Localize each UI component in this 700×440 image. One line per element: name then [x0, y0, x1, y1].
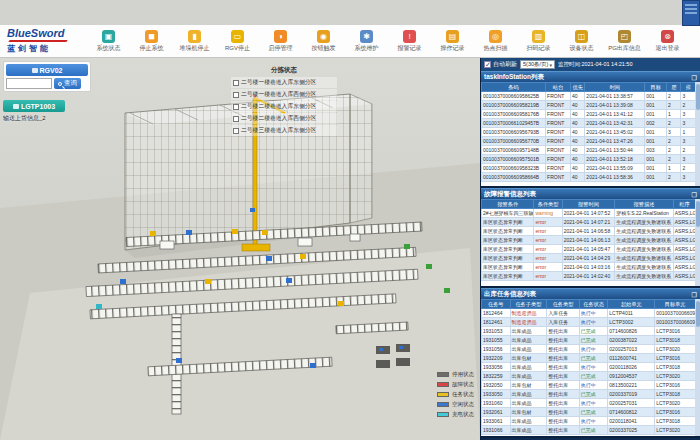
- toolbar-item-4[interactable]: ◑启停管理: [260, 30, 301, 53]
- panel-outbound-info: 出库任务信息列表 ❐ 任务号任务子类型任务类型任务状态起始单元目标单元18124…: [481, 288, 700, 438]
- toolbar-item-3[interactable]: ▭RGV停止: [217, 30, 258, 53]
- scrollbar-thumb[interactable]: [696, 301, 700, 327]
- search-button[interactable]: 查询: [54, 78, 81, 89]
- toolbar-item-2[interactable]: ▮堆垛机停止: [174, 30, 215, 53]
- table-row[interactable]: 1932050出库包材整托出库执行中0813500221LCTP3016: [482, 381, 696, 390]
- scrollbar[interactable]: [695, 82, 700, 186]
- table-row[interactable]: 库区状态异常判断error2021-04-01 14:03:16生成流程调度失败…: [482, 263, 696, 272]
- table-cell: 2021-04-01 13:41:12: [585, 110, 645, 119]
- column-header[interactable]: 目标: [645, 83, 667, 92]
- table-cell: 1933056: [482, 363, 511, 372]
- toolbar-item-8[interactable]: ▤操作记录: [432, 30, 473, 53]
- station-button[interactable]: LGTP1003: [3, 100, 65, 112]
- table-row[interactable]: 1812461制造退货品入库任务执行中LCTP30020010037000660…: [482, 318, 696, 327]
- sorting-option-4[interactable]: 二号楼三楼巷道入库东侧分区: [231, 125, 337, 136]
- table-cell: 1932061: [482, 408, 511, 417]
- column-header[interactable]: 报警时间: [562, 200, 614, 209]
- table-cell: LCTP3020: [655, 372, 696, 381]
- scrollbar[interactable]: [695, 299, 700, 436]
- toolbar-item-7[interactable]: !报警记录: [389, 30, 430, 53]
- scrollbar-thumb[interactable]: [696, 84, 700, 110]
- table-row[interactable]: 库区状态异常判断error2021-04-01 14:07:21生成流程调度失败…: [482, 218, 696, 227]
- table-row[interactable]: 0010037000660957148BFRONT402021-04-01 13…: [482, 146, 696, 155]
- table-row[interactable]: 0010037000660958625BFRONT402021-04-01 13…: [482, 92, 696, 101]
- sorting-option-3[interactable]: 二号楼二楼巷道入库西侧分区: [231, 113, 337, 124]
- toolbar-item-5[interactable]: ◉按钮触发: [303, 30, 344, 53]
- table-cell: 2: [667, 155, 681, 164]
- expand-icon[interactable]: ❐: [692, 191, 697, 198]
- scrollbar-thumb[interactable]: [696, 201, 700, 227]
- sorting-option-1[interactable]: 二号楼一楼巷道入库西侧分区: [231, 89, 337, 100]
- table-row[interactable]: 1932061出库包材整托出库已完成0714600812LCTP3016: [482, 408, 696, 417]
- expand-icon[interactable]: ❐: [692, 74, 697, 81]
- toolbar-item-9[interactable]: ◎热点扫描: [475, 30, 516, 53]
- toolbar-item-6[interactable]: ✱系统维护: [346, 30, 387, 53]
- column-header[interactable]: 起始单元: [608, 300, 655, 309]
- column-header[interactable]: 程序: [673, 200, 695, 209]
- table-cell: 出库包材: [510, 381, 547, 390]
- table-row[interactable]: 2#七层穿梭车四三联轴报警warning2021-04-01 14:07:52穿…: [482, 209, 696, 218]
- table-row[interactable]: 1931055出库成品整托出库已完成0200387022LCTP3018: [482, 336, 696, 345]
- sorting-option-2[interactable]: 二号楼二楼巷道入库东侧分区: [231, 101, 337, 112]
- column-header[interactable]: 层: [667, 83, 681, 92]
- table-row[interactable]: 0010037000660957501BFRONT402021-04-01 13…: [482, 155, 696, 164]
- table-row[interactable]: 1932209出库包材整托出库已完成0112600741LCTP3016: [482, 354, 696, 363]
- column-header[interactable]: 条码: [482, 83, 546, 92]
- column-header[interactable]: 时间: [585, 83, 645, 92]
- table-row[interactable]: 0010037000660958664BFRONT402021-04-01 13…: [482, 173, 696, 182]
- station-badge-group: LGTP1003 输送上货信息_2: [3, 100, 91, 123]
- mini-floating-window[interactable]: [682, 0, 700, 26]
- column-header[interactable]: 目标单元: [655, 300, 696, 309]
- column-header[interactable]: 任务子类型: [510, 300, 547, 309]
- toolbar-item-1[interactable]: ◼停止系统: [131, 30, 172, 53]
- toolbar-item-11[interactable]: ◫设备状态: [561, 30, 602, 53]
- table-row[interactable]: 1931060出库成品整托出库执行中0200257031LCTP3020: [482, 399, 696, 408]
- table-row[interactable]: 1931066出库成品整托出库已完成0200337025LCTP3020: [482, 426, 696, 435]
- toolbar-item-10[interactable]: ▥扫码记录: [518, 30, 559, 53]
- table-row[interactable]: 库区状态异常判断error2021-04-01 14:02:40生成流程调度失败…: [482, 272, 696, 281]
- table-row[interactable]: 0010037000660956770BFRONT402021-04-01 13…: [482, 137, 696, 146]
- auto-refresh-checkbox[interactable]: 自动刷新: [484, 60, 517, 69]
- toolbar-item-13[interactable]: ⊗退出登录: [647, 30, 688, 53]
- column-header[interactable]: 报警描述: [615, 200, 674, 209]
- table-row[interactable]: 1931056出库成品整托出库执行中0200257013LCTP3020: [482, 345, 696, 354]
- table-row[interactable]: 1931053出库成品整托出库已完成0714600826LCTP3016: [482, 327, 696, 336]
- table-cell: 1931056: [482, 345, 511, 354]
- table-row[interactable]: 库区状态异常判断error2021-04-01 14:06:58生成流程调度失败…: [482, 227, 696, 236]
- table-row[interactable]: 0010037000660956793BFRONT402021-04-01 13…: [482, 128, 696, 137]
- alarm-panel-titlebar: 故障报警信息列表 ❐: [481, 188, 700, 199]
- column-header[interactable]: 排: [681, 83, 696, 92]
- column-header[interactable]: 任务类型: [547, 300, 580, 309]
- table-row[interactable]: 库区状态异常判断error2021-04-01 14:04:29生成流程调度失败…: [482, 254, 696, 263]
- table-row[interactable]: 0010037000660958219BFRONT402021-04-01 13…: [482, 101, 696, 110]
- page-size-select[interactable]: 5(30条/页) ▾: [520, 60, 555, 69]
- table-row[interactable]: 1933056出库成品整托出库执行中0200118026LCTP3018: [482, 363, 696, 372]
- rgv-button[interactable]: RGV02: [6, 64, 88, 76]
- table-row[interactable]: 1933050出库成品整托出库已完成0200337019LCTP3018: [482, 390, 696, 399]
- expand-icon[interactable]: ❐: [692, 291, 697, 298]
- table-row[interactable]: 1832259出库成品整托出库已完成0912004537LCTP3020: [482, 372, 696, 381]
- table-row[interactable]: 0010037000660958176BFRONT402021-04-01 13…: [482, 110, 696, 119]
- warehouse-viewport[interactable]: RGV02 查询 LGTP1003 输送上货信息: [0, 58, 480, 440]
- column-header[interactable]: 条件类型: [534, 200, 562, 209]
- toolbar-item-0[interactable]: ▣系统状态: [88, 30, 129, 53]
- column-header[interactable]: 站台: [546, 83, 571, 92]
- column-header[interactable]: 优先: [570, 83, 584, 92]
- table-cell: 执行中: [579, 318, 608, 327]
- table-row[interactable]: 0010037000660958323BFRONT402021-04-01 13…: [482, 164, 696, 173]
- table-row[interactable]: 0010037000661029457BFRONT402021-04-01 13…: [482, 119, 696, 128]
- scrollbar[interactable]: [695, 199, 700, 286]
- table-row[interactable]: 库区状态异常判断error2021-04-01 14:05:47生成流程调度失败…: [482, 245, 696, 254]
- search-input[interactable]: [6, 78, 52, 89]
- table-row[interactable]: 库区状态异常判断error2021-04-01 14:06:13生成流程调度失败…: [482, 236, 696, 245]
- column-header[interactable]: 任务号: [482, 300, 511, 309]
- panel-alarm-info: 故障报警信息列表 ❐ 报警条件条件类型报警时间报警描述程序2#七层穿梭车四三联轴…: [481, 188, 700, 288]
- table-row[interactable]: 1812464制造退货品入库任务执行中LCTP40110010037000660…: [482, 309, 696, 318]
- table-row[interactable]: 1933061出库成品整托出库执行中0200118041LCTP3018: [482, 417, 696, 426]
- toolbar-item-12[interactable]: ◰PG出库信息: [604, 30, 645, 53]
- column-header[interactable]: 任务状态: [579, 300, 608, 309]
- sorting-option-0[interactable]: 二号楼一楼巷道入库东侧分区: [231, 77, 337, 88]
- column-header[interactable]: 报警条件: [482, 200, 534, 209]
- sorting-option-label: 二号楼三楼巷道入库东侧分区: [241, 126, 316, 135]
- table-cell: 1932209: [482, 354, 511, 363]
